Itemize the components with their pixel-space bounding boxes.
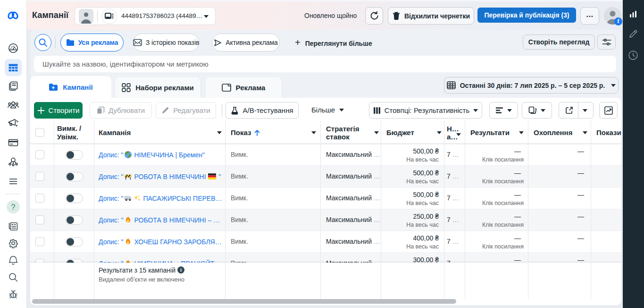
svg-text:?: ? (11, 203, 16, 211)
